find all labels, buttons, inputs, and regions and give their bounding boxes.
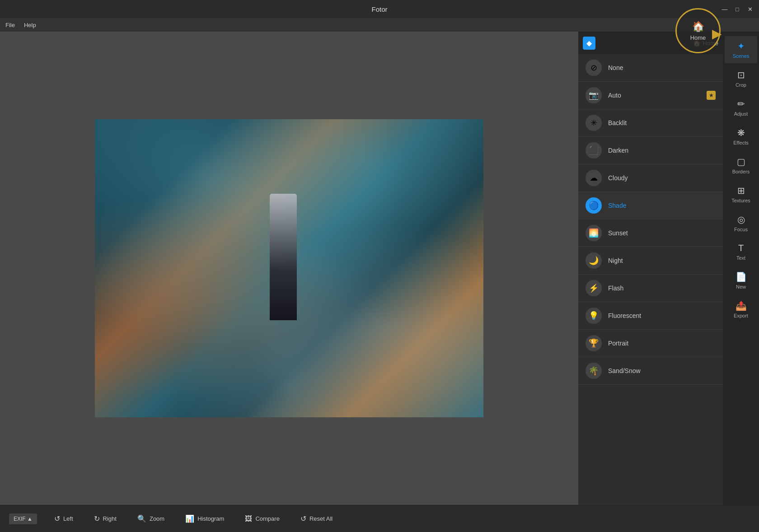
scene-label-backlit: Backlit bbox=[608, 119, 627, 126]
tool-icon-scenes: ✦ bbox=[737, 41, 745, 51]
scene-item-shade[interactable]: 🔵Shade bbox=[578, 192, 723, 219]
tool-item-textures[interactable]: ⊞Textures bbox=[725, 181, 757, 208]
bottom-btn-resetall[interactable]: ↺Reset All bbox=[297, 513, 336, 525]
scene-icon-fluorescent: 💡 bbox=[586, 308, 602, 324]
tool-label-textures: Textures bbox=[731, 198, 750, 203]
bottom-label-right: Right bbox=[103, 515, 117, 522]
scene-item-cloudy[interactable]: ☁Cloudy bbox=[578, 164, 723, 192]
bottom-btn-left[interactable]: ↺Left bbox=[51, 513, 77, 525]
bottom-btn-histogram[interactable]: 📊Histogram bbox=[182, 513, 228, 525]
window-controls: — □ ✕ bbox=[720, 5, 754, 13]
scene-item-none[interactable]: ⊘None bbox=[578, 54, 723, 82]
bottom-label-resetall: Reset All bbox=[309, 515, 333, 522]
scene-label-sandsnow: Sand/Snow bbox=[608, 367, 641, 374]
home-arrow-icon: ▶ bbox=[712, 26, 722, 41]
exif-button[interactable]: EXIF ▲ bbox=[9, 513, 37, 524]
scene-label-shade: Shade bbox=[608, 202, 626, 209]
tool-label-new: New bbox=[736, 284, 746, 289]
tool-label-crop: Crop bbox=[736, 82, 746, 88]
scene-label-night: Night bbox=[608, 257, 623, 264]
tool-label-export: Export bbox=[734, 313, 748, 318]
bottom-btn-compare[interactable]: 🖼Compare bbox=[241, 513, 283, 525]
bottom-bar: EXIF ▲ ↺Left↻Right🔍Zoom📊Histogram🖼Compar… bbox=[0, 505, 759, 532]
bottom-icon-resetall: ↺ bbox=[300, 514, 306, 523]
scene-item-sandsnow[interactable]: 🌴Sand/Snow bbox=[578, 357, 723, 385]
canvas-area bbox=[0, 32, 578, 505]
scene-label-fluorescent: Fluorescent bbox=[608, 312, 641, 319]
tool-icon-adjust: ✏ bbox=[737, 98, 745, 109]
tool-item-borders[interactable]: ▢Borders bbox=[725, 152, 757, 179]
scene-item-sunset[interactable]: 🌅Sunset bbox=[578, 219, 723, 247]
tool-label-borders: Borders bbox=[732, 169, 750, 174]
scene-label-none: None bbox=[608, 64, 623, 71]
diamond-icon: ◆ bbox=[586, 39, 592, 47]
bottom-icon-zoom: 🔍 bbox=[137, 514, 146, 523]
tool-label-adjust: Adjust bbox=[734, 111, 748, 117]
scene-item-fluorescent[interactable]: 💡Fluorescent bbox=[578, 302, 723, 330]
home-circle-icon: 🏠 bbox=[692, 21, 704, 33]
scene-icon-darken: ⬛ bbox=[586, 142, 602, 159]
scene-icon-night: 🌙 bbox=[586, 252, 602, 269]
bottom-btn-right[interactable]: ↻Right bbox=[90, 513, 120, 525]
scene-item-portrait[interactable]: 🏆Portrait bbox=[578, 330, 723, 357]
scene-label-darken: Darken bbox=[608, 147, 628, 154]
scene-item-night[interactable]: 🌙Night bbox=[578, 247, 723, 275]
bottom-label-zoom: Zoom bbox=[150, 515, 164, 522]
maximize-button[interactable]: □ bbox=[733, 5, 742, 13]
tool-icon-crop: ⊡ bbox=[737, 70, 745, 80]
tool-bar: ✦Scenes⊡Crop✏Adjust❋Effects▢Borders⊞Text… bbox=[723, 32, 759, 505]
tool-icon-borders: ▢ bbox=[737, 156, 745, 167]
tool-item-focus[interactable]: ◎Focus bbox=[725, 210, 757, 237]
tool-icon-new: 📄 bbox=[736, 271, 747, 282]
scene-icon-flash: ⚡ bbox=[586, 280, 602, 296]
menu-file[interactable]: File bbox=[5, 22, 15, 28]
tool-item-text[interactable]: TText bbox=[725, 238, 757, 265]
tool-item-crop[interactable]: ⊡Crop bbox=[725, 65, 757, 92]
scene-label-auto: Auto bbox=[608, 92, 621, 99]
app-title: Fotor bbox=[371, 5, 387, 13]
home-circle-label: Home bbox=[690, 34, 706, 41]
scene-icon-sunset: 🌅 bbox=[586, 225, 602, 241]
tool-label-text: Text bbox=[736, 255, 745, 261]
scenes-list: ⊘None📷Auto★✳Backlit⬛Darken☁Cloudy🔵Shade🌅… bbox=[578, 54, 723, 505]
tool-item-scenes[interactable]: ✦Scenes bbox=[725, 36, 757, 63]
tool-item-adjust[interactable]: ✏Adjust bbox=[725, 94, 757, 121]
menu-bar: File Help bbox=[0, 18, 759, 32]
scene-item-auto[interactable]: 📷Auto★ bbox=[578, 82, 723, 109]
tool-icon-effects: ❋ bbox=[737, 127, 745, 138]
tool-icon-textures: ⊞ bbox=[737, 185, 745, 196]
tool-label-effects: Effects bbox=[733, 140, 748, 145]
scene-icon-cloudy: ☁ bbox=[586, 170, 602, 186]
scene-item-backlit[interactable]: ✳Backlit bbox=[578, 109, 723, 137]
tool-item-new[interactable]: 📄New bbox=[725, 267, 757, 294]
bottom-btn-zoom[interactable]: 🔍Zoom bbox=[134, 513, 168, 525]
bottom-label-compare: Compare bbox=[255, 515, 279, 522]
scene-icon-none: ⊘ bbox=[586, 60, 602, 76]
bottom-icon-right: ↻ bbox=[94, 514, 100, 523]
tool-item-effects[interactable]: ❋Effects bbox=[725, 123, 757, 150]
tool-label-focus: Focus bbox=[734, 227, 748, 232]
scene-icon-portrait: 🏆 bbox=[586, 335, 602, 351]
scene-label-sunset: Sunset bbox=[608, 229, 628, 237]
close-button[interactable]: ✕ bbox=[745, 5, 754, 13]
tool-icon-text: T bbox=[738, 243, 744, 253]
scene-badge-auto: ★ bbox=[707, 91, 716, 100]
diamond-tab[interactable]: ◆ bbox=[583, 37, 595, 50]
bottom-icon-histogram: 📊 bbox=[185, 514, 194, 523]
scene-label-cloudy: Cloudy bbox=[608, 174, 628, 182]
scene-item-flash[interactable]: ⚡Flash bbox=[578, 275, 723, 302]
scene-label-portrait: Portrait bbox=[608, 340, 628, 347]
scene-icon-backlit: ✳ bbox=[586, 115, 602, 131]
right-panel: ◆ 🏠 Home ⊘None📷Auto★✳Backlit⬛Darken☁Clou… bbox=[578, 32, 723, 505]
title-bar: Fotor — □ ✕ bbox=[0, 0, 759, 18]
menu-help[interactable]: Help bbox=[24, 22, 36, 28]
tool-item-export[interactable]: 📤Export bbox=[725, 296, 757, 323]
tool-icon-focus: ◎ bbox=[737, 214, 745, 225]
scene-item-darken[interactable]: ⬛Darken bbox=[578, 137, 723, 164]
bottom-icon-compare: 🖼 bbox=[245, 515, 252, 523]
tool-icon-export: 📤 bbox=[736, 300, 747, 311]
photo-frame bbox=[95, 119, 483, 417]
minimize-button[interactable]: — bbox=[720, 5, 729, 13]
bottom-icon-left: ↺ bbox=[54, 514, 60, 523]
main-layout: ◆ 🏠 Home ⊘None📷Auto★✳Backlit⬛Darken☁Clou… bbox=[0, 32, 759, 505]
